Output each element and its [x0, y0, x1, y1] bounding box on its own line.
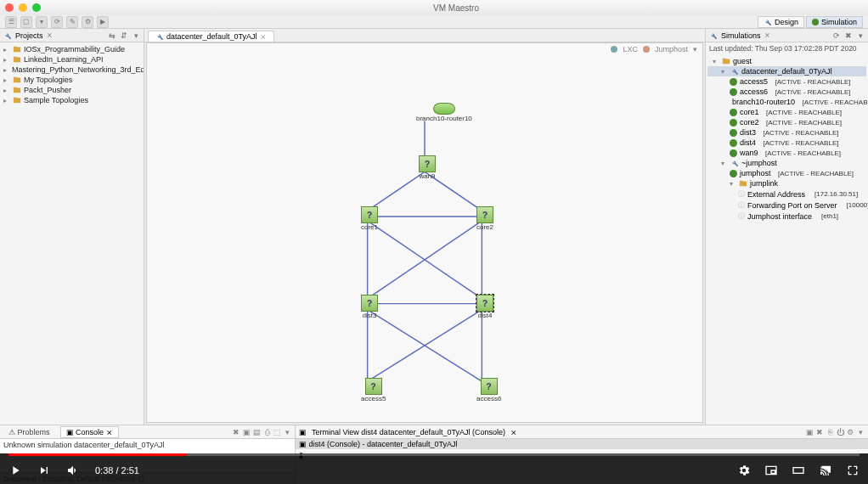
topology-node[interactable]: ? access5 [361, 378, 386, 402]
mini-icon[interactable]: ⎙ [262, 428, 271, 436]
window-minimize-icon[interactable] [19, 3, 27, 12]
settings-button[interactable] [737, 464, 751, 477]
video-progress[interactable] [8, 453, 860, 456]
project-item[interactable]: ▸Mastering_Python_Networking_3rd_Edition [0, 65, 144, 75]
sim-node[interactable]: branch10-router10 [ACTIVE - REACHABLE] [707, 97, 866, 107]
node-icon: ? [476, 206, 493, 223]
collapse-icon[interactable]: ⇆ [108, 31, 116, 40]
project-item[interactable]: ▸My Topologies [0, 75, 144, 85]
problems-tab[interactable]: ⚠ Problems [3, 427, 55, 437]
toolbar-button[interactable]: ▶ [97, 16, 109, 28]
projects-tree[interactable]: ▸IOSx_Programmability_Guide ▸LinkedIn_Le… [0, 42, 144, 425]
wrench-icon [730, 67, 739, 76]
mini-icon[interactable]: ⏻ [836, 428, 844, 436]
project-item[interactable]: ▸IOSx_Programmability_Guide [0, 44, 144, 54]
topology-node[interactable]: ? dist3 [361, 295, 378, 319]
mini-icon[interactable]: ▾ [283, 428, 291, 436]
simulations-panel: Simulations ⨯ ⟳ ✖ ▾ Last updated: Thu Se… [705, 29, 868, 425]
project-item[interactable]: ▸Packt_Pusher [0, 85, 144, 95]
sim-item[interactable]: ▾datacenter_default_0TyAJl [707, 66, 866, 76]
toolbar-button[interactable]: ✎ [66, 16, 78, 28]
sim-detail[interactable]: ⓘForwarding Port on Server [10000] [707, 200, 866, 211]
topology-node[interactable]: ? access6 [476, 378, 501, 402]
mini-icon[interactable]: ⬚ [273, 428, 281, 436]
sim-detail[interactable]: ⓘJumphost interface [eth1] [707, 211, 866, 222]
folder-icon [739, 179, 747, 188]
toolbar-button[interactable]: ☰ [5, 16, 17, 28]
menu-icon[interactable]: ▾ [856, 31, 865, 40]
mini-icon[interactable]: ⚙ [846, 428, 854, 436]
main-toolbar: ☰ ▢ ▾ ⟳ ✎ ⚙ ▶ Design Simulation [0, 15, 868, 29]
svg-line-6 [368, 221, 482, 299]
sim-node[interactable]: jumphost [ACTIVE - REACHABLE] [707, 168, 866, 178]
refresh-icon[interactable]: ⟳ [832, 31, 841, 40]
sim-node[interactable]: core2 [ACTIVE - REACHABLE] [707, 117, 866, 127]
topology-node[interactable]: ? core1 [361, 206, 378, 231]
sim-node[interactable]: access6 [ACTIVE - REACHABLE] [707, 87, 866, 97]
sim-root[interactable]: ▾guest [707, 56, 866, 66]
toolbar-button[interactable]: ▢ [20, 16, 32, 28]
terminal-tab[interactable]: ▣ dist4 (Console) - datacenter_default_0… [296, 439, 868, 449]
sim-node[interactable]: core1 [ACTIVE - REACHABLE] [707, 107, 866, 117]
simulations-tree[interactable]: ▾guest ▾datacenter_default_0TyAJl access… [706, 54, 868, 425]
miniplayer-button[interactable] [764, 464, 778, 477]
sim-node[interactable]: wan9 [ACTIVE - REACHABLE] [707, 148, 866, 158]
window-titlebar: VM Maestro [0, 0, 868, 15]
close-icon[interactable]: ⨯ [260, 32, 267, 41]
wrench-icon [155, 32, 164, 41]
window-close-icon[interactable] [5, 3, 14, 12]
projects-header: Projects ⨯ ⇆ ⇵ ▾ [0, 29, 144, 42]
editor-tab[interactable]: datacenter_default_0TyAJl ⨯ [148, 31, 274, 42]
cast-button[interactable] [819, 464, 832, 477]
toolbar-button[interactable]: ⟳ [51, 16, 63, 28]
console-tab[interactable]: ▣ Console ⨯ [60, 426, 119, 438]
canvas-menu-icon[interactable]: ▾ [693, 45, 697, 53]
status-dot-icon [730, 139, 737, 147]
terminal-header: ▣Terminal View dist4 datacenter_default_… [296, 425, 868, 439]
delete-icon[interactable]: ✖ [844, 31, 853, 40]
window-zoom-icon[interactable] [32, 3, 41, 12]
next-button[interactable] [37, 464, 51, 477]
topology-canvas[interactable]: LXC Jumphost ▾ branc [146, 42, 703, 423]
mini-icon[interactable]: ▣ [242, 428, 251, 436]
design-mode-button[interactable]: Design [758, 16, 804, 28]
sim-node[interactable]: access5 [ACTIVE - REACHABLE] [707, 76, 866, 87]
project-item[interactable]: ▸LinkedIn_Learning_API [0, 54, 144, 65]
topology-node[interactable]: ? dist4 [476, 295, 493, 319]
theater-button[interactable] [792, 464, 805, 477]
mini-icon[interactable]: ✖ [815, 428, 824, 436]
play-button[interactable] [8, 464, 22, 477]
sim-node[interactable]: dist4 [ACTIVE - REACHABLE] [707, 138, 866, 148]
status-dot-icon [730, 170, 737, 177]
toolbar-button[interactable]: ▾ [36, 16, 48, 28]
status-dot-icon [730, 149, 737, 157]
sim-jumplink[interactable]: ▾jumplink [707, 178, 866, 189]
status-dot-icon [730, 88, 737, 96]
wrench-icon [709, 31, 718, 40]
topology-node-router[interactable]: branch10-router10 [416, 103, 472, 122]
editor-tabbar: datacenter_default_0TyAJl ⨯ [144, 29, 705, 42]
mini-icon[interactable]: ▣ [805, 428, 814, 436]
view-menu-icon[interactable]: ▾ [132, 31, 140, 40]
status-dot-icon [730, 109, 737, 116]
mini-icon[interactable]: ✖ [232, 428, 240, 436]
toolbar-button[interactable]: ⚙ [82, 16, 93, 28]
volume-button[interactable] [66, 464, 80, 477]
mini-icon[interactable]: ⎘ [826, 428, 834, 436]
simulations-header: Simulations ⨯ ⟳ ✖ ▾ [706, 29, 868, 42]
sim-detail[interactable]: ⓘExternal Address [172.16.30.51] [707, 189, 866, 200]
simulation-mode-button[interactable]: Simulation [806, 16, 863, 28]
status-dot-icon [730, 78, 737, 86]
project-item[interactable]: ▸Sample Topologies [0, 95, 144, 105]
sim-dot-icon [812, 19, 819, 25]
sim-jumphost[interactable]: ▾~jumphost [707, 158, 866, 168]
link-icon[interactable]: ⇵ [120, 31, 128, 40]
mini-icon[interactable]: ▤ [252, 428, 261, 436]
topology-node[interactable]: ? core2 [476, 206, 493, 231]
mini-icon[interactable]: ▾ [856, 428, 865, 436]
fullscreen-button[interactable] [846, 464, 860, 477]
sim-node[interactable]: dist3 [ACTIVE - REACHABLE] [707, 127, 866, 138]
node-icon: ? [361, 295, 378, 312]
topology-node[interactable]: ? wan9 [419, 155, 436, 180]
node-icon: ? [365, 378, 382, 395]
